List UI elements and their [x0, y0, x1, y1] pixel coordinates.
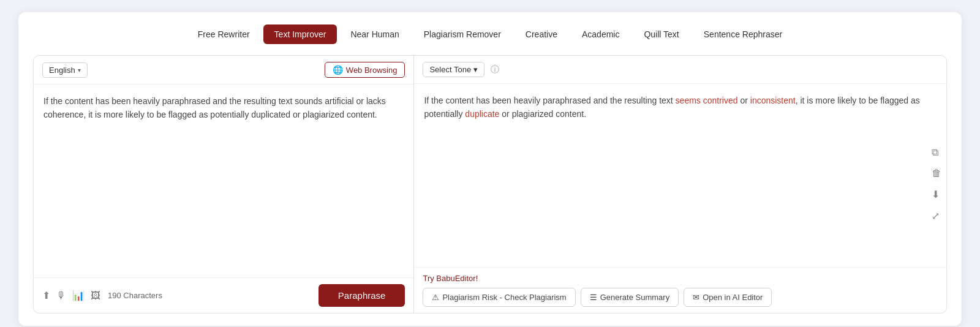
info-icon[interactable]: ⓘ — [491, 64, 499, 75]
try-babu-link[interactable]: Try BabuEditor! — [423, 274, 938, 283]
tab-sentence-rephraser[interactable]: Sentence Rephraser — [693, 24, 793, 44]
output-text-area: If the content has been heavily paraphra… — [414, 84, 946, 267]
tone-label: Select Tone — [429, 65, 471, 74]
right-toolbar: Select Tone ▾ ⓘ — [414, 56, 946, 84]
output-highlight-2: inconsistent — [750, 96, 796, 105]
generate-summary-label: Generate Summary — [600, 293, 669, 302]
right-footer: Try BabuEditor! ⚠ Plagiarism Risk - Chec… — [414, 267, 946, 313]
plagiarism-check-button[interactable]: ⚠ Plagiarism Risk - Check Plagiarism — [423, 288, 575, 307]
web-browsing-label: Web Browsing — [346, 66, 398, 75]
action-buttons: ⚠ Plagiarism Risk - Check Plagiarism ☰ G… — [423, 288, 938, 307]
nav-tabs: Free Rewriter Text Improver Near Human P… — [33, 24, 947, 44]
tab-quill-text[interactable]: Quill Text — [633, 24, 690, 44]
web-browsing-button[interactable]: 🌐 Web Browsing — [325, 62, 405, 78]
language-selector[interactable]: English ▾ — [42, 62, 88, 78]
input-text-area[interactable]: If the content has been heavily paraphra… — [34, 85, 413, 277]
main-container: Free Rewriter Text Improver Near Human P… — [18, 12, 962, 326]
delete-icon[interactable]: 🗑 — [932, 168, 941, 179]
upload-icon[interactable]: ⬆ — [42, 290, 50, 301]
char-count: 190 Characters — [108, 291, 162, 300]
left-footer: ⬆ 🎙 📊 🖼 190 Characters Paraphrase — [34, 277, 413, 313]
output-highlight-1: seems contrived — [676, 96, 738, 105]
input-text: If the content has been heavily paraphra… — [43, 94, 404, 122]
plagiarism-icon: ⚠ — [432, 293, 439, 302]
left-toolbar: English ▾ 🌐 Web Browsing — [34, 56, 413, 85]
expand-icon[interactable]: ⤢ — [932, 210, 941, 222]
left-panel: English ▾ 🌐 Web Browsing If the content … — [34, 56, 414, 313]
tab-plagiarism-remover[interactable]: Plagiarism Remover — [413, 24, 512, 44]
language-chevron: ▾ — [78, 67, 81, 73]
output-text-after: or plagiarized content. — [499, 109, 586, 119]
copy-icon[interactable]: ⧉ — [932, 147, 941, 158]
tab-text-improver[interactable]: Text Improver — [263, 24, 337, 44]
right-panel: Select Tone ▾ ⓘ If the content has been … — [414, 56, 946, 313]
footer-icons: ⬆ 🎙 📊 🖼 — [42, 290, 100, 301]
open-ai-editor-label: Open in AI Editor — [703, 293, 763, 302]
waveform-icon[interactable]: 📊 — [72, 290, 85, 301]
paraphrase-button[interactable]: Paraphrase — [318, 284, 405, 307]
tab-academic[interactable]: Academic — [571, 24, 630, 44]
output-text: If the content has been heavily paraphra… — [424, 94, 937, 121]
language-label: English — [49, 66, 75, 75]
generate-summary-button[interactable]: ☰ Generate Summary — [581, 288, 679, 307]
mic-icon[interactable]: 🎙 — [56, 290, 66, 301]
tab-free-rewriter[interactable]: Free Rewriter — [187, 24, 261, 44]
ai-editor-icon: ✉ — [693, 293, 699, 302]
right-side-icons: ⧉ 🗑 ⬇ ⤢ — [927, 140, 946, 229]
image-icon[interactable]: 🖼 — [91, 290, 100, 301]
output-text-mid1: or — [738, 96, 750, 105]
tab-near-human[interactable]: Near Human — [339, 24, 410, 44]
tone-selector[interactable]: Select Tone ▾ — [423, 62, 484, 77]
output-text-before: If the content has been heavily paraphra… — [424, 96, 675, 105]
summary-icon: ☰ — [590, 293, 597, 302]
download-icon[interactable]: ⬇ — [932, 189, 941, 200]
globe-icon: 🌐 — [333, 65, 343, 75]
plagiarism-check-label: Plagiarism Risk - Check Plagiarism — [442, 293, 566, 302]
open-ai-editor-button[interactable]: ✉ Open in AI Editor — [684, 288, 772, 307]
tone-chevron: ▾ — [473, 65, 478, 74]
output-highlight-3: duplicate — [465, 109, 499, 119]
editor-area: English ▾ 🌐 Web Browsing If the content … — [33, 55, 947, 314]
tab-creative[interactable]: Creative — [514, 24, 568, 44]
